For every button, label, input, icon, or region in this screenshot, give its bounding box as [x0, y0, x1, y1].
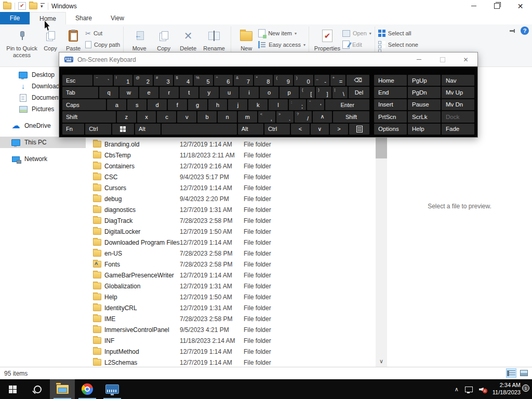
details-view-button[interactable]: [506, 368, 516, 378]
pin-to-quick-access-button[interactable]: Pin to Quick access: [4, 26, 39, 59]
taskbar-clock[interactable]: 2:34 AM 11/18/2023: [493, 382, 521, 396]
qat-properties-icon[interactable]: ✔: [18, 2, 26, 10]
key-o[interactable]: o: [260, 87, 279, 98]
key-a[interactable]: a: [107, 99, 126, 110]
key-9[interactable]: (9: [274, 75, 293, 86]
copy-path-button[interactable]: Copy path: [85, 40, 120, 49]
rename-button[interactable]: Rename: [201, 26, 228, 53]
osk-nav-key-pgup[interactable]: PgUp: [408, 75, 441, 86]
key-\[interactable]: |\: [332, 87, 348, 98]
key-s[interactable]: s: [127, 99, 147, 110]
file-row[interactable]: ImmersiveControlPanel9/5/2023 4:21 PMFil…: [86, 324, 376, 335]
file-row[interactable]: DigitalLocker12/7/2019 1:50 AMFile folde…: [86, 226, 376, 237]
key-,[interactable]: <,: [258, 111, 275, 122]
key-h[interactable]: h: [208, 99, 228, 110]
osk-nav-key-nav[interactable]: Nav: [442, 75, 474, 86]
file-row[interactable]: Globalization12/7/2019 1:31 AMFile folde…: [86, 281, 376, 291]
key-n[interactable]: n: [218, 111, 237, 122]
cut-button[interactable]: ✂ Cut: [85, 29, 120, 38]
key-c[interactable]: c: [157, 111, 176, 122]
key-;[interactable]: :;: [289, 99, 306, 110]
backspace-key[interactable]: ⌫: [347, 75, 369, 86]
file-row[interactable]: en-US7/28/2023 2:58 PMFile folder: [86, 248, 376, 259]
select-none-button[interactable]: Select none: [378, 40, 418, 49]
key-w[interactable]: w: [119, 87, 139, 98]
key-][interactable]: }]: [316, 87, 331, 98]
key-'[interactable]: "': [307, 99, 324, 110]
osk-nav-key-fade[interactable]: Fade: [442, 124, 474, 135]
key-enter[interactable]: Enter: [325, 99, 369, 110]
key-/[interactable]: ?/: [295, 111, 312, 122]
osk-nav-key-options[interactable]: Options: [374, 124, 407, 135]
start-button[interactable]: [0, 379, 25, 399]
key-2[interactable]: @2: [134, 75, 153, 86]
tab-view[interactable]: View: [101, 12, 134, 24]
osk-close-button[interactable]: ✕: [454, 52, 477, 66]
key-tab[interactable]: Tab: [62, 87, 98, 98]
osk-nav-key-end[interactable]: End: [374, 87, 407, 98]
key-[[interactable]: {[: [300, 87, 315, 98]
network-icon[interactable]: [465, 387, 473, 392]
search-button[interactable]: [25, 379, 50, 399]
key-t[interactable]: t: [180, 87, 199, 98]
key-shift[interactable]: Shift: [62, 111, 116, 122]
file-row[interactable]: INF11/18/2023 2:14 AMFile folder: [86, 335, 376, 346]
file-row[interactable]: Help12/7/2019 1:50 AMFile folder: [86, 291, 376, 302]
key-g[interactable]: g: [188, 99, 207, 110]
file-row[interactable]: IdentityCRL12/7/2019 1:31 AMFile folder: [86, 302, 376, 313]
volume-muted-icon[interactable]: [479, 386, 486, 392]
key-m[interactable]: m: [238, 111, 257, 122]
file-row[interactable]: CbsTemp11/18/2023 2:11 AMFile folder: [86, 150, 376, 161]
taskbar-chrome[interactable]: [75, 379, 100, 399]
easy-access-button[interactable]: Easy access ▾: [258, 40, 305, 49]
tab-share[interactable]: Share: [66, 12, 101, 24]
key-caps[interactable]: Caps: [62, 99, 106, 110]
key-6[interactable]: ^6: [214, 75, 233, 86]
minimize-button[interactable]: [462, 0, 485, 12]
key-ctrl[interactable]: Ctrl: [264, 124, 290, 135]
windows-key[interactable]: [112, 124, 134, 135]
key-z[interactable]: z: [117, 111, 136, 122]
key-1[interactable]: !1: [114, 75, 133, 86]
key--[interactable]: _-: [314, 75, 329, 86]
osk-nav-key-pause[interactable]: Pause: [408, 99, 441, 110]
select-all-button[interactable]: Select all: [378, 29, 418, 38]
key-shift[interactable]: Shift: [333, 111, 369, 122]
tab-file[interactable]: File: [0, 12, 30, 24]
file-row[interactable]: CSC9/4/2023 5:17 PMFile folder: [86, 171, 376, 182]
key-=[interactable]: +=: [330, 75, 345, 86]
move-to-button[interactable]: Move: [127, 26, 152, 53]
osk-nav-key-pgdn[interactable]: PgDn: [408, 87, 441, 98]
taskbar-file-explorer[interactable]: [50, 379, 75, 399]
key-b[interactable]: b: [197, 111, 217, 122]
osk-nav-key-mv-dn[interactable]: Mv Dn: [442, 99, 474, 110]
edit-button[interactable]: Edit: [342, 40, 371, 49]
file-row[interactable]: Fonts7/28/2023 2:58 PMFile folder: [86, 259, 376, 270]
key-i[interactable]: i: [240, 87, 259, 98]
key-p[interactable]: p: [280, 87, 299, 98]
pin-ribbon-icon[interactable]: [509, 28, 515, 34]
open-button[interactable]: Open ▾: [342, 29, 371, 38]
key-y[interactable]: y: [200, 87, 219, 98]
key-0[interactable]: )0: [294, 75, 313, 86]
key-v[interactable]: v: [177, 111, 196, 122]
osk-titlebar[interactable]: On-Screen Keyboard ✕: [59, 52, 477, 66]
taskbar-on-screen-keyboard[interactable]: [100, 379, 125, 399]
restore-button[interactable]: [485, 0, 509, 12]
osk-nav-key-mv-up[interactable]: Mv Up: [442, 87, 474, 98]
key-j[interactable]: j: [228, 99, 247, 110]
copy-button[interactable]: Copy: [39, 26, 61, 53]
right-arrow-key[interactable]: >: [330, 124, 348, 135]
key-q[interactable]: q: [99, 87, 118, 98]
tab-home[interactable]: Home: [30, 12, 66, 24]
key-ctrl[interactable]: Ctrl: [85, 124, 111, 135]
file-row[interactable]: Containers12/7/2019 2:16 AMFile folder: [86, 161, 376, 171]
sidebar-item-network[interactable]: Network: [0, 153, 86, 165]
space-key[interactable]: [162, 124, 237, 135]
key-alt[interactable]: Alt: [135, 124, 161, 135]
left-arrow-key[interactable]: <: [291, 124, 309, 135]
key-5[interactable]: %5: [194, 75, 213, 86]
file-row[interactable]: IME7/28/2023 2:58 PMFile folder: [86, 313, 376, 324]
up-arrow-key[interactable]: ∧: [313, 111, 332, 122]
key-e[interactable]: e: [139, 87, 158, 98]
